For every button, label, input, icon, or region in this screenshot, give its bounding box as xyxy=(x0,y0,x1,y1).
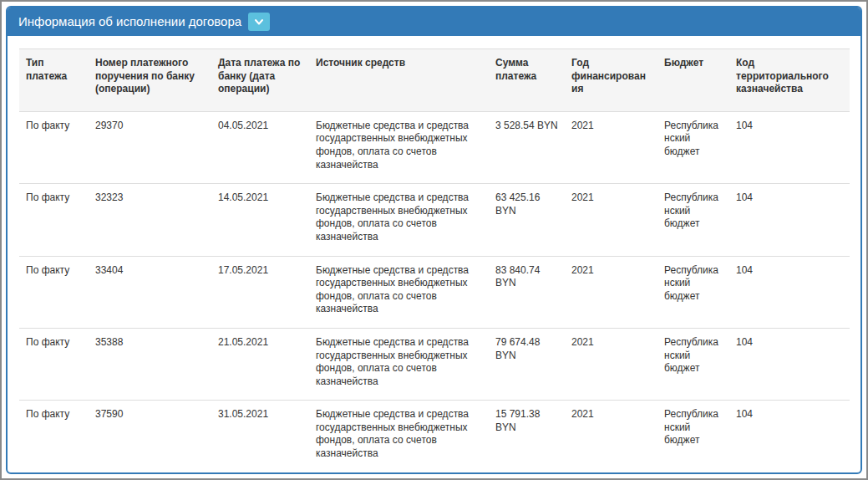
cell-treasury-code: 104 xyxy=(729,256,850,328)
cell-payment-type: По факту xyxy=(19,401,89,472)
cell-payment-type: По факту xyxy=(19,111,89,183)
col-header-payment-type: Тип платежа xyxy=(19,49,89,112)
cell-budget: Республиканский бюджет xyxy=(657,111,729,183)
col-header-order-number: Номер платежного поручения по банку (опе… xyxy=(89,49,211,112)
cell-budget: Республиканский бюджет xyxy=(657,184,729,256)
panel-header: Информация об исполнении договора xyxy=(8,8,860,36)
table-row: По факту 37590 31.05.2021 Бюджетные сред… xyxy=(19,401,850,472)
cell-amount: 83 840.74 BYN xyxy=(489,256,565,328)
chevron-down-icon xyxy=(253,16,265,28)
cell-financing-year: 2021 xyxy=(565,256,657,328)
cell-treasury-code: 104 xyxy=(729,328,850,400)
table-row: По факту 35388 21.05.2021 Бюджетные сред… xyxy=(19,328,850,400)
cell-funds-source: Бюджетные средства и средства государств… xyxy=(309,401,489,472)
cell-order-number: 29370 xyxy=(89,111,211,183)
cell-financing-year: 2021 xyxy=(565,111,657,183)
cell-payment-date: 21.05.2021 xyxy=(211,328,309,400)
table-header-row: Тип платежа Номер платежного поручения п… xyxy=(19,49,850,112)
payments-table: Тип платежа Номер платежного поручения п… xyxy=(19,49,850,474)
col-header-funds-source: Источник средств xyxy=(309,49,489,112)
panel-body: Тип платежа Номер платежного поручения п… xyxy=(8,36,860,474)
cell-order-number: 33404 xyxy=(89,256,211,328)
cell-treasury-code: 104 xyxy=(729,401,850,472)
cell-order-number: 37590 xyxy=(89,401,211,472)
cell-payment-date: 14.05.2021 xyxy=(211,184,309,256)
cell-treasury-code: 104 xyxy=(729,184,850,256)
cell-amount: 79 674.48 BYN xyxy=(489,328,565,400)
panel-title: Информация об исполнении договора xyxy=(18,8,241,36)
cell-budget: Республиканский бюджет xyxy=(657,256,729,328)
cell-payment-date: 17.05.2021 xyxy=(211,256,309,328)
cell-budget: Республиканский бюджет xyxy=(657,328,729,400)
table-row: По факту 29370 04.05.2021 Бюджетные сред… xyxy=(19,111,850,183)
col-header-financing-year: Год финансирования xyxy=(565,49,657,112)
cell-payment-type: По факту xyxy=(19,256,89,328)
cell-treasury-code: 104 xyxy=(729,111,850,183)
cell-funds-source: Бюджетные средства и средства государств… xyxy=(309,111,489,183)
collapse-toggle-button[interactable] xyxy=(248,13,270,31)
total-row: ИТОГО: 246 260.30 BYN xyxy=(19,472,850,474)
contract-execution-panel: Информация об исполнении договора Тип пл… xyxy=(6,6,862,474)
cell-payment-date: 31.05.2021 xyxy=(211,401,309,472)
cell-order-number: 35388 xyxy=(89,328,211,400)
total-amount: 246 260.30 BYN xyxy=(489,472,565,474)
cell-payment-type: По факту xyxy=(19,184,89,256)
cell-amount: 15 791.38 BYN xyxy=(489,401,565,472)
cell-financing-year: 2021 xyxy=(565,328,657,400)
col-header-treasury-code: Код территориального казначейства xyxy=(729,49,850,112)
col-header-budget: Бюджет xyxy=(657,49,729,112)
col-header-amount: Сумма платежа xyxy=(489,49,565,112)
cell-amount: 63 425.16 BYN xyxy=(489,184,565,256)
col-header-payment-date: Дата платежа по банку (дата операции) xyxy=(211,49,309,112)
total-label: ИТОГО: xyxy=(19,472,489,474)
cell-payment-type: По факту xyxy=(19,328,89,400)
cell-budget: Республиканский бюджет xyxy=(657,401,729,472)
table-row: По факту 33404 17.05.2021 Бюджетные сред… xyxy=(19,256,850,328)
cell-order-number: 32323 xyxy=(89,184,211,256)
window-frame: Информация об исполнении договора Тип пл… xyxy=(0,0,868,480)
cell-financing-year: 2021 xyxy=(565,184,657,256)
cell-funds-source: Бюджетные средства и средства государств… xyxy=(309,328,489,400)
cell-funds-source: Бюджетные средства и средства государств… xyxy=(309,256,489,328)
cell-funds-source: Бюджетные средства и средства государств… xyxy=(309,184,489,256)
cell-payment-date: 04.05.2021 xyxy=(211,111,309,183)
cell-financing-year: 2021 xyxy=(565,401,657,472)
table-row: По факту 32323 14.05.2021 Бюджетные сред… xyxy=(19,184,850,256)
cell-amount: 3 528.54 BYN xyxy=(489,111,565,183)
